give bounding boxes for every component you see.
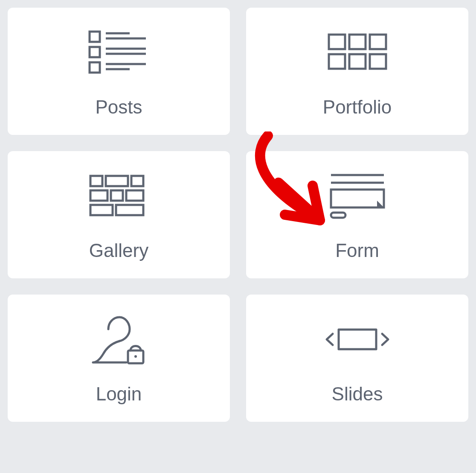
card-login[interactable]: Login xyxy=(8,295,230,422)
card-posts[interactable]: Posts xyxy=(8,8,230,135)
svg-rect-3 xyxy=(90,47,100,57)
card-label: Portfolio xyxy=(323,96,392,118)
svg-point-28 xyxy=(134,355,137,358)
card-label: Gallery xyxy=(89,240,148,261)
svg-rect-21 xyxy=(90,205,113,215)
svg-rect-0 xyxy=(90,32,100,42)
svg-rect-25 xyxy=(331,190,384,207)
svg-rect-18 xyxy=(90,190,107,201)
svg-rect-6 xyxy=(90,62,100,73)
card-slides[interactable]: Slides xyxy=(246,295,468,422)
svg-rect-19 xyxy=(111,190,123,201)
gallery-icon xyxy=(87,164,151,228)
posts-icon xyxy=(87,20,151,85)
form-icon xyxy=(328,164,387,228)
svg-rect-12 xyxy=(329,54,345,69)
card-label: Login xyxy=(96,383,142,405)
svg-rect-9 xyxy=(329,35,345,49)
widget-grid: Posts Portfolio xyxy=(8,8,468,422)
card-portfolio[interactable]: Portfolio xyxy=(246,8,468,135)
svg-rect-10 xyxy=(349,35,366,49)
svg-rect-16 xyxy=(106,176,128,186)
portfolio-icon xyxy=(325,20,389,85)
card-label: Slides xyxy=(332,383,383,405)
svg-rect-11 xyxy=(370,35,386,49)
svg-rect-20 xyxy=(126,190,143,201)
svg-rect-29 xyxy=(339,330,376,349)
slides-icon xyxy=(323,307,392,371)
svg-rect-15 xyxy=(90,176,102,186)
card-gallery[interactable]: Gallery xyxy=(8,151,230,278)
card-form[interactable]: Form xyxy=(246,151,468,278)
svg-rect-14 xyxy=(370,54,386,69)
svg-rect-13 xyxy=(349,54,366,69)
svg-rect-22 xyxy=(116,205,143,215)
card-label: Posts xyxy=(95,96,142,118)
svg-rect-17 xyxy=(131,176,143,186)
svg-rect-26 xyxy=(331,213,345,218)
card-label: Form xyxy=(335,240,379,261)
login-icon xyxy=(87,307,151,371)
